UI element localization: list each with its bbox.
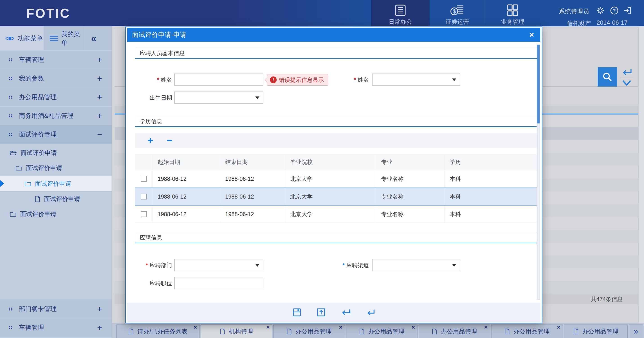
top-header: FOTIC 日常办公 $ 证券运营 业务管理 系统管理员 ? 信托财产 2014… xyxy=(0,0,644,26)
column-header: 结束日期 xyxy=(220,154,285,170)
grip-icon xyxy=(8,307,12,311)
tab-office-supplies[interactable]: 办公用品管理 × xyxy=(491,324,563,338)
document-icon xyxy=(359,328,364,335)
sidebar-tab-my-menu[interactable]: 我的菜单 xyxy=(44,26,84,50)
tab-organization-management[interactable]: 机构管理 × xyxy=(201,324,272,338)
hamburger-icon xyxy=(50,35,58,42)
tree-item-label: 面试评价申请 xyxy=(35,180,71,188)
birth-date-select[interactable] xyxy=(174,92,263,104)
document-icon xyxy=(128,328,134,335)
cell: 专业名称 xyxy=(376,188,445,205)
scrollbar-thumb[interactable] xyxy=(537,45,540,124)
tab-office-supplies[interactable]: 办公用品管理 × xyxy=(418,324,490,338)
close-icon[interactable]: × xyxy=(412,324,415,330)
chevron-down-icon[interactable] xyxy=(622,80,632,87)
submit-upload-button[interactable] xyxy=(316,308,326,317)
apply-position-input[interactable] xyxy=(174,277,263,289)
expand-icon[interactable]: + xyxy=(97,112,102,120)
tab-office-supplies[interactable]: 办公用品管理 × xyxy=(346,324,418,338)
row-checkbox[interactable] xyxy=(141,176,147,182)
sidebar-item-vehicle-management[interactable]: 车辆管理 + xyxy=(0,50,112,69)
expand-icon[interactable]: + xyxy=(97,305,102,313)
section-title: 学历信息 xyxy=(140,118,162,125)
sidebar-item-office-supplies[interactable]: 办公用品管理 + xyxy=(0,88,112,106)
tree-item-interview-application[interactable]: 面试评价申请 xyxy=(0,206,112,222)
modal-scrollbar[interactable] xyxy=(537,44,540,300)
field-label: 应聘职位 xyxy=(150,280,172,287)
search-button[interactable] xyxy=(598,67,617,86)
expand-icon[interactable]: + xyxy=(97,56,102,64)
tab-task-list[interactable]: 待办/已办任务列表 × xyxy=(116,324,200,338)
more-tabs-button[interactable]: » xyxy=(629,324,643,338)
tree-item-label: 面试评价申请 xyxy=(20,149,57,157)
nav-label: 日常办公 xyxy=(389,18,412,26)
modal-close-button[interactable]: × xyxy=(529,31,534,39)
content-scrollbar[interactable] xyxy=(638,26,644,323)
expand-icon[interactable]: + xyxy=(97,324,102,332)
table-row-selected[interactable]: 1988-06-12 1988-06-12 北京大学 专业名称 本科 xyxy=(135,188,539,206)
table-row[interactable]: 1988-06-12 1988-06-12 北京大学 专业名称 本科 xyxy=(135,170,539,188)
close-icon[interactable]: × xyxy=(194,324,197,330)
tree-item-label: 面试评价申请 xyxy=(44,195,80,203)
tab-office-supplies[interactable]: 办公用品管理 × xyxy=(273,324,345,338)
nav-daily-office[interactable]: 日常办公 xyxy=(371,0,430,26)
caret-down-icon xyxy=(452,264,456,267)
apply-channel-select[interactable] xyxy=(372,259,460,271)
sidebar-item-label: 部门餐卡管理 xyxy=(19,305,57,313)
close-icon[interactable]: × xyxy=(557,324,560,330)
cell: 本科 xyxy=(445,170,539,187)
required-asterisk: * xyxy=(157,76,159,83)
svg-text:?: ? xyxy=(613,8,616,14)
grip-icon xyxy=(8,95,12,99)
expand-icon[interactable]: + xyxy=(97,74,102,83)
expand-icon[interactable]: + xyxy=(97,93,102,102)
sidebar-item-label: 面试评价管理 xyxy=(19,130,57,139)
sidebar-item-business-wine-gifts[interactable]: 商务用酒&礼品管理 + xyxy=(0,106,112,125)
tree-item-interview-application[interactable]: 面试评价申请 xyxy=(0,160,112,176)
undo-button[interactable] xyxy=(341,308,351,317)
apply-department-select[interactable] xyxy=(174,259,263,271)
sidebar-item-interview-evaluation[interactable]: 面试评价管理 − xyxy=(0,125,112,144)
name-select[interactable] xyxy=(372,74,460,86)
help-icon[interactable]: ? xyxy=(610,6,618,15)
sidebar-tab-function-menu[interactable]: 功能菜单 xyxy=(0,26,44,50)
cell: 本科 xyxy=(445,188,539,205)
row-checkbox[interactable] xyxy=(141,211,147,217)
gear-icon[interactable] xyxy=(596,6,605,15)
modal-footer xyxy=(127,303,540,322)
tree-item-interview-application[interactable]: 面试评价申请 xyxy=(0,192,112,206)
remove-row-button[interactable]: − xyxy=(166,136,172,146)
eye-icon xyxy=(6,35,14,42)
sidebar-item-vehicle-management-2[interactable]: 车辆管理 + xyxy=(0,318,112,337)
save-button[interactable] xyxy=(292,308,302,317)
nav-business-management[interactable]: 业务管理 xyxy=(485,0,540,26)
close-icon[interactable]: × xyxy=(339,324,342,330)
user-name[interactable]: 系统管理员 xyxy=(559,8,589,16)
modal-body: 应聘人员基本信息 * 姓名 ! 错误提示信息显示 * 姓名 出生日期 学历信息 … xyxy=(127,42,540,303)
column-header: 起始日期 xyxy=(153,154,220,170)
add-row-button[interactable]: + xyxy=(147,136,154,146)
collapse-minus-icon[interactable]: − xyxy=(97,130,102,139)
nav-label: 证券运营 xyxy=(446,18,469,26)
sidebar-collapse-button[interactable]: « xyxy=(91,33,96,44)
name-input[interactable] xyxy=(174,74,263,86)
tab-label: 机构管理 xyxy=(229,328,253,336)
reset-icon[interactable] xyxy=(622,68,632,77)
grid-icon xyxy=(506,3,519,18)
table-row[interactable]: 1988-06-12 1988-06-12 北京大学 专业名称 本科 xyxy=(135,206,539,223)
sidebar-item-meal-card-management[interactable]: 部门餐卡管理 + xyxy=(0,300,112,318)
tree-item-interview-application[interactable]: 面试评价申请 xyxy=(0,145,112,160)
logout-icon[interactable] xyxy=(623,6,632,15)
sidebar-item-my-parameters[interactable]: 我的参数 + xyxy=(0,69,112,88)
tree-item-label: 面试评价申请 xyxy=(26,164,62,172)
cell: 1988-06-12 xyxy=(153,188,220,205)
close-icon[interactable]: × xyxy=(266,324,270,330)
tab-office-supplies[interactable]: 办公用品管理 xyxy=(564,324,628,338)
field-label: 姓名 xyxy=(161,76,172,84)
close-icon[interactable]: × xyxy=(484,324,488,330)
enter-return-button[interactable] xyxy=(366,308,376,317)
row-checkbox[interactable] xyxy=(141,194,147,200)
tree-item-interview-application-selected[interactable]: 面试评价申请 xyxy=(0,176,112,191)
nav-securities-operation[interactable]: $ 证券运营 xyxy=(430,0,485,26)
apply-channel-label: * 应聘渠道 xyxy=(332,259,369,271)
